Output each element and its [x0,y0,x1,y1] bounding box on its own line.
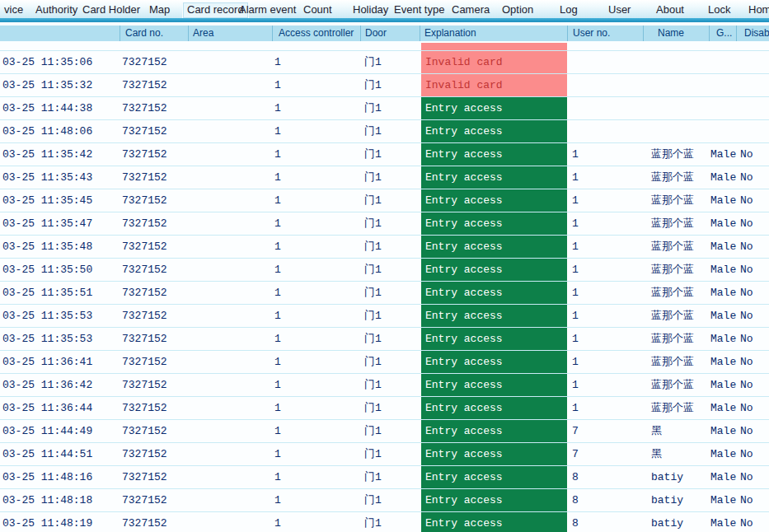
cell-access-controller: 1 [272,51,363,73]
cell-explanation: Entry access [421,397,567,419]
cell-user-no: 1 [567,305,648,327]
cell-access-controller: 1 [272,305,363,327]
table-row[interactable]: 03-25 11:35:53 7327152 1 门1 Entry access… [0,305,769,328]
table-row[interactable]: 03-25 11:48:19 7327152 1 门1 Entry access… [0,512,769,532]
cell-name: batiy [643,466,717,488]
cell-area [188,189,276,212]
menu-item-event-type[interactable]: Event type [390,2,448,17]
table-row[interactable]: 03-25 11:35:50 7327152 1 门1 Entry access… [0,259,769,282]
cell-gender: Male [709,397,738,419]
table-row[interactable]: 03-25 11:35:51 7327152 1 门1 Entry access… [0,282,769,305]
cell-explanation: Entry access [421,189,567,212]
cell-area [188,489,276,511]
cell-card-no: 7327152 [120,374,190,396]
column-header-area[interactable]: Area [188,26,272,41]
cell-time: 03-25 11:35:32 [0,74,122,96]
menu-item-authority[interactable]: Authority [31,2,82,17]
menu-item-alarm-event[interactable]: Alarm event [235,2,300,17]
cell-card-no [120,43,190,51]
column-header-access-controller[interactable]: Access controller [272,26,360,41]
cell-explanation: Entry access [421,420,567,442]
column-header-explanation[interactable]: Explanation [420,26,567,41]
column-header-card-no[interactable]: Card no. [120,26,188,41]
menu-bar: viceAuthorityCard HolderMapCard recordAl… [0,0,769,18]
cell-door: 门1 [360,143,424,166]
cell-disable [736,43,769,51]
table-row[interactable]: 门1 [0,43,769,51]
menu-item-camera[interactable]: Camera [448,2,494,17]
cell-disable: No [736,236,769,258]
cell-time: 03-25 11:35:50 [0,259,122,281]
menu-item-count[interactable]: Count [299,2,336,17]
column-header-door[interactable]: Door [360,26,420,41]
cell-disable: No [736,443,769,465]
cell-user-no: 8 [567,489,648,511]
table-row[interactable]: 03-25 11:48:18 7327152 1 门1 Entry access… [0,489,769,512]
menu-item-card-holder[interactable]: Card Holder [78,2,144,17]
cell-user-no: 1 [567,397,648,419]
table-row[interactable]: 03-25 11:35:48 7327152 1 门1 Entry access… [0,236,769,259]
cell-disable: No [736,189,769,212]
cell-card-no: 7327152 [120,305,190,327]
table-row[interactable]: 03-25 11:48:06 7327152 1 门1 Entry access [0,120,769,143]
column-header-name[interactable]: Name [643,26,709,41]
table-row[interactable]: 03-25 11:44:51 7327152 1 门1 Entry access… [0,443,769,466]
cell-user-no [567,51,648,73]
cell-user-no: 1 [567,259,648,281]
cell-name [643,74,717,96]
cell-card-no: 7327152 [120,282,190,304]
cell-time: 03-25 11:44:49 [0,420,122,442]
cell-area [188,236,276,258]
table-row[interactable]: 03-25 11:35:32 7327152 1 门1 Invalid card [0,74,769,97]
table-row[interactable]: 03-25 11:44:38 7327152 1 门1 Entry access [0,97,769,120]
column-header-user-no[interactable]: User no. [567,26,643,41]
cell-access-controller: 1 [272,282,363,304]
cell-area [188,328,276,350]
cell-time: 03-25 11:48:06 [0,120,122,142]
menu-item-log[interactable]: Log [556,2,582,17]
cell-door: 门1 [360,120,424,142]
table-row[interactable]: 03-25 11:35:42 7327152 1 门1 Entry access… [0,143,769,166]
cell-gender: Male [709,212,738,235]
table-row[interactable]: 03-25 11:35:53 7327152 1 门1 Entry access… [0,328,769,351]
table-row[interactable]: 03-25 11:44:49 7327152 1 门1 Entry access… [0,420,769,443]
cell-time: 03-25 11:48:19 [0,512,122,532]
menu-item-home[interactable]: Home [744,2,769,17]
table-row[interactable]: 03-25 11:35:47 7327152 1 门1 Entry access… [0,212,769,236]
table-row[interactable]: 03-25 11:35:43 7327152 1 门1 Entry access… [0,166,769,189]
cell-disable: No [736,489,769,511]
cell-area [188,51,276,73]
cell-explanation: Entry access [421,120,567,142]
cell-area [188,120,276,142]
menu-item-about[interactable]: About [652,2,688,17]
cell-area [188,282,276,304]
cell-disable: No [736,466,769,488]
menu-item-holiday[interactable]: Holiday [349,2,392,17]
menu-item-vice[interactable]: vice [0,2,27,17]
menu-item-lock[interactable]: Lock [704,2,734,17]
cell-door: 门1 [360,489,424,511]
cell-explanation: Invalid card [421,74,567,96]
table-row[interactable]: 03-25 11:36:41 7327152 1 门1 Entry access… [0,351,769,374]
cell-explanation [421,43,567,50]
cell-card-no: 7327152 [120,189,190,212]
cell-name: 蓝那个蓝 [643,236,717,258]
cell-area [188,374,276,396]
menu-item-user[interactable]: User [604,2,635,17]
column-header-time[interactable] [0,26,120,41]
table-row[interactable]: 03-25 11:35:06 7327152 1 门1 Invalid card [0,51,769,74]
table-row[interactable]: 03-25 11:36:44 7327152 1 门1 Entry access… [0,397,769,420]
cell-gender: Male [709,420,738,442]
table-row[interactable]: 03-25 11:48:16 7327152 1 门1 Entry access… [0,466,769,489]
column-header-gender[interactable]: G... [709,26,736,41]
access-control-card-record-screen: viceAuthorityCard HolderMapCard recordAl… [0,0,769,532]
column-header-disable[interactable]: Disable [736,26,769,41]
cell-time: 03-25 11:44:38 [0,97,122,119]
menu-item-map[interactable]: Map [145,2,174,17]
cell-disable [736,74,769,96]
table-row[interactable]: 03-25 11:36:42 7327152 1 门1 Entry access… [0,374,769,397]
table-row[interactable]: 03-25 11:35:45 7327152 1 门1 Entry access… [0,189,769,212]
menu-item-option[interactable]: Option [498,2,537,17]
cell-access-controller: 1 [272,189,363,212]
cell-door: 门1 [360,443,424,465]
